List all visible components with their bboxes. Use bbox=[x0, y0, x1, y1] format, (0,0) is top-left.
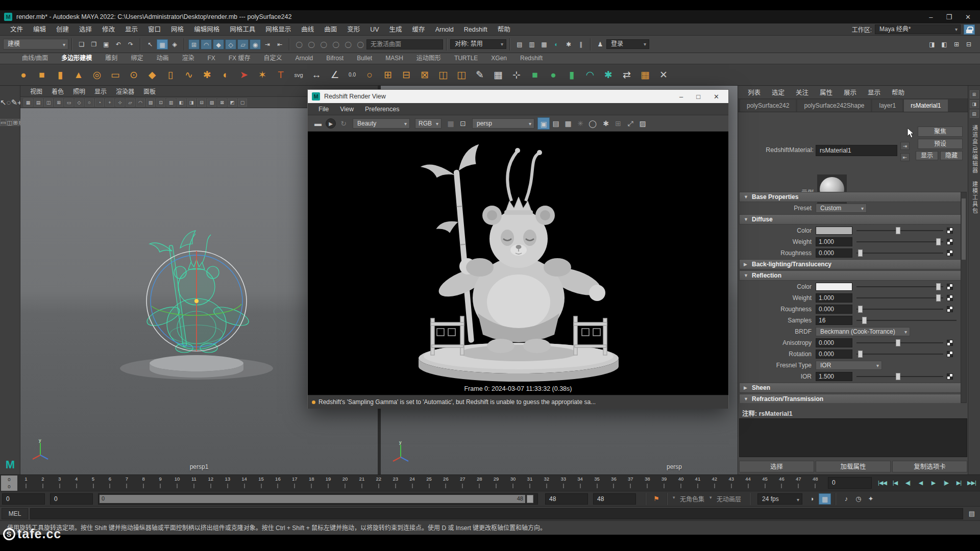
texture-connect-icon[interactable] bbox=[947, 340, 953, 346]
sidebar-channelbox-icon[interactable]: ⊞ bbox=[951, 39, 962, 49]
render-settings-icon[interactable]: ✱ bbox=[563, 39, 574, 49]
poly-helix-icon[interactable]: ∿ bbox=[181, 67, 197, 83]
snapshot-icon[interactable]: ▬ bbox=[312, 117, 324, 130]
sidebar-modeling-icon[interactable]: ⊟ bbox=[963, 39, 974, 49]
shelf-tab--[interactable]: 渲染 bbox=[175, 53, 201, 64]
menu--[interactable]: 显示 bbox=[120, 26, 143, 33]
snap-curve-icon[interactable]: ◠ bbox=[201, 39, 212, 49]
region-circle-icon[interactable]: ◯ bbox=[586, 117, 599, 130]
viewport-toolbar-icon[interactable]: ⊞ bbox=[54, 98, 63, 107]
undo-icon[interactable]: ↶ bbox=[113, 39, 124, 49]
menu--[interactable]: 修改 bbox=[97, 26, 120, 33]
preset-dropdown[interactable]: Custom bbox=[816, 204, 867, 213]
snapshot-camera-icon[interactable]: ▤ bbox=[550, 117, 562, 130]
slider-handle[interactable] bbox=[862, 317, 867, 324]
menu-arnold[interactable]: Arnold bbox=[430, 26, 459, 33]
select-component-icon[interactable]: ◈ bbox=[169, 39, 180, 49]
select-hierarchy-icon[interactable]: ↖ bbox=[144, 39, 156, 49]
menu--[interactable]: 编辑网格 bbox=[189, 26, 225, 33]
poly-disc-icon[interactable]: ⊙ bbox=[126, 67, 142, 83]
menu--[interactable]: 曲面 bbox=[319, 26, 342, 33]
restart-render-icon[interactable]: ↻ bbox=[337, 117, 350, 130]
value-field[interactable]: 1.500 bbox=[816, 372, 852, 381]
snowflake-freeze-icon[interactable]: ✳ bbox=[574, 117, 586, 130]
playback-speed-icon[interactable]: ◷ bbox=[852, 493, 865, 505]
poly-superellipse-icon[interactable]: ◐ bbox=[217, 67, 234, 83]
input-connection-icon[interactable]: ⇥ bbox=[900, 142, 910, 150]
frame-icon[interactable]: ⊞ bbox=[612, 117, 624, 130]
wireframe-panda-model[interactable] bbox=[115, 230, 283, 383]
symmetry-dropdown[interactable]: 对称: 禁用 bbox=[450, 39, 506, 49]
viewport-toolbar-icon[interactable]: ○ bbox=[85, 98, 94, 107]
playback-end-field[interactable]: 48 bbox=[545, 493, 588, 505]
sidebar-attr-editor-icon[interactable]: ◨ bbox=[926, 39, 938, 49]
texture-connect-icon[interactable] bbox=[947, 228, 953, 234]
ipr-render-icon[interactable]: ▦ bbox=[538, 39, 550, 49]
range-start-handle[interactable]: 0 bbox=[102, 495, 105, 502]
character-set-dropdown[interactable]: 无角色集 bbox=[672, 494, 708, 503]
shelf-tab-bifrost[interactable]: Bifrost bbox=[320, 53, 350, 64]
section-header-base-properties[interactable]: ▼Base Properties bbox=[739, 192, 962, 202]
channel-dropdown[interactable]: RGB bbox=[415, 118, 442, 129]
render-current-icon[interactable]: ◐ bbox=[551, 39, 562, 49]
menu--[interactable]: 创建 bbox=[51, 26, 74, 33]
viewport-toolbar-icon[interactable]: ▭ bbox=[64, 98, 74, 107]
delete-x-icon[interactable]: ✕ bbox=[655, 67, 672, 83]
slider-handle[interactable] bbox=[858, 306, 863, 313]
render-pass-dropdown[interactable]: Beauty bbox=[353, 118, 410, 129]
animation-start-field[interactable]: 0 bbox=[2, 493, 45, 505]
play-forwards-button[interactable]: ▶ bbox=[927, 477, 940, 489]
texture-connect-icon[interactable] bbox=[947, 284, 953, 290]
snap-point-icon[interactable]: ◆ bbox=[213, 39, 224, 49]
viewport-toolbar-icon[interactable]: ◔ bbox=[95, 98, 104, 107]
texture-connect-icon[interactable] bbox=[947, 306, 953, 312]
viewport-toolbar-icon[interactable]: ▢ bbox=[238, 98, 247, 107]
attribute-slider[interactable] bbox=[856, 305, 943, 313]
shelf-tab-redshift[interactable]: Redshift bbox=[513, 53, 549, 64]
viewport-toolbar-icon[interactable]: ⊟ bbox=[197, 98, 206, 107]
file-open-icon[interactable]: ❐ bbox=[88, 39, 100, 49]
active-surface-field[interactable]: 无激活曲面 bbox=[366, 39, 443, 49]
viewport-toolbar-icon[interactable]: ◫ bbox=[44, 98, 53, 107]
viewport-toolbar-icon[interactable]: ▧ bbox=[146, 98, 155, 107]
quad-draw-icon[interactable]: ▦ bbox=[490, 67, 506, 83]
paint-select-tool-icon[interactable]: ✎ bbox=[11, 98, 18, 107]
footer-button-复制选项卡[interactable]: 复制选项卡 bbox=[892, 461, 967, 472]
ae-menu--[interactable]: 显示 bbox=[862, 87, 886, 97]
ae-menu--[interactable]: 帮助 bbox=[886, 87, 910, 97]
ae-menu--[interactable]: 关注 bbox=[790, 87, 814, 97]
render-view-minimize-button[interactable]: – bbox=[679, 93, 683, 101]
menu--[interactable]: 网格 bbox=[166, 26, 189, 33]
close-button[interactable]: ✕ bbox=[965, 13, 971, 21]
input-connections-icon[interactable]: ⇥ bbox=[262, 39, 273, 49]
hide-button[interactable]: 隐藏 bbox=[940, 151, 963, 160]
ae-menu--[interactable]: 选定 bbox=[766, 87, 790, 97]
shelf-tab-xgen[interactable]: XGen bbox=[484, 53, 513, 64]
menu--[interactable]: 选择 bbox=[74, 26, 97, 33]
step-back-key-button[interactable]: |◀ bbox=[889, 477, 901, 489]
anim-layer-dropdown[interactable]: 无动画层 bbox=[708, 494, 745, 503]
sidebar-tab--[interactable]: 通道盒/层编辑器 bbox=[970, 125, 979, 174]
viewport-toolbar-icon[interactable]: ◩ bbox=[228, 98, 237, 107]
workspace-dropdown[interactable]: Maya 经典* bbox=[875, 24, 961, 34]
strip-channelbox-icon[interactable]: ⊞ bbox=[970, 90, 979, 98]
viewport-toolbar-icon[interactable]: ⊡ bbox=[156, 98, 165, 107]
color-swatch[interactable] bbox=[816, 227, 852, 235]
sculpt-star-icon[interactable]: ✶ bbox=[254, 67, 271, 83]
render-view-menu-view[interactable]: View bbox=[334, 106, 359, 113]
material-name-field[interactable]: rsMaterial1 bbox=[816, 145, 897, 156]
poly-plane-icon[interactable]: ▭ bbox=[107, 67, 124, 83]
range-slider[interactable]: 0 48 bbox=[98, 493, 538, 505]
layout-two-pane-icon[interactable]: ◫ bbox=[6, 119, 12, 126]
pause-icon[interactable]: ∥ bbox=[575, 39, 586, 49]
poly-cone-icon[interactable]: ▲ bbox=[70, 67, 87, 83]
attribute-slider[interactable] bbox=[856, 283, 943, 291]
slider-handle[interactable] bbox=[936, 294, 941, 302]
poly-torus-icon[interactable]: ◎ bbox=[89, 67, 105, 83]
footer-button-加载属性[interactable]: 加载属性 bbox=[816, 461, 891, 472]
strip-attredit-icon[interactable]: ◨ bbox=[970, 100, 979, 108]
slider-handle[interactable] bbox=[858, 350, 863, 358]
fit-view-icon[interactable]: ⤢ bbox=[624, 117, 636, 130]
viewport-toolbar-icon[interactable]: ▦ bbox=[23, 98, 33, 107]
value-field[interactable]: 16 bbox=[816, 316, 852, 325]
